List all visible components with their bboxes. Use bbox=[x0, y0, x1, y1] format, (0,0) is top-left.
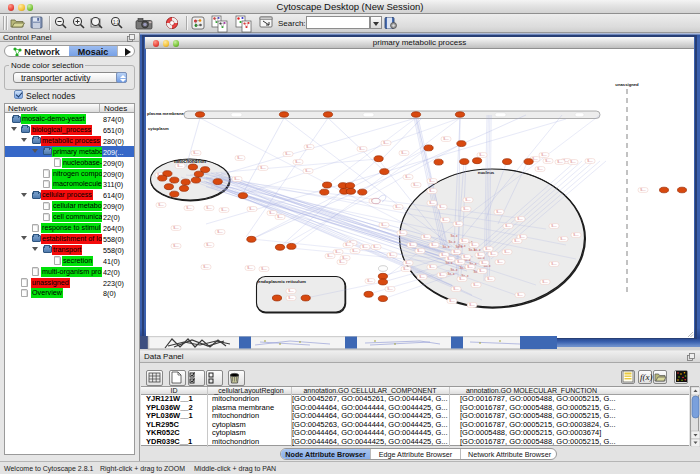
svg-text:S--.-: S--.- bbox=[359, 147, 365, 151]
svg-text:S--.-: S--.- bbox=[249, 207, 255, 211]
svg-text:S--.-: S--.- bbox=[288, 289, 294, 293]
svg-text:S--.-: S--.- bbox=[481, 261, 487, 265]
svg-text:S--.-: S--.- bbox=[471, 243, 477, 247]
svg-text:S--.-: S--.- bbox=[479, 269, 485, 273]
svg-text:S--.-: S--.- bbox=[473, 283, 479, 287]
svg-text:S--.-: S--.- bbox=[261, 267, 267, 271]
svg-text:nucleus: nucleus bbox=[478, 170, 495, 175]
svg-text:S--.-: S--.- bbox=[449, 299, 455, 303]
svg-text:S--.-: S--.- bbox=[221, 208, 227, 212]
svg-text:S--.-: S--.- bbox=[177, 164, 183, 168]
svg-text:Sx-.x: Sx-.x bbox=[443, 245, 450, 249]
svg-text:S--.-: S--.- bbox=[545, 159, 551, 163]
svg-text:S--.-: S--.- bbox=[399, 231, 405, 235]
svg-text:S--.-: S--.- bbox=[423, 235, 429, 239]
svg-text:S--.-: S--.- bbox=[288, 296, 294, 300]
svg-text:S--.-: S--.- bbox=[186, 206, 192, 210]
svg-text:S--.-: S--.- bbox=[417, 249, 423, 253]
svg-text:S--.-: S--.- bbox=[487, 277, 493, 281]
svg-text:S--.-: S--.- bbox=[295, 160, 301, 164]
svg-text:plasma membrane: plasma membrane bbox=[147, 111, 184, 116]
svg-text:S--.-: S--.- bbox=[479, 153, 485, 157]
svg-text:Sx-.x: Sx-.x bbox=[451, 234, 458, 238]
svg-text:S--.-: S--.- bbox=[557, 160, 563, 164]
svg-text:S--.-: S--.- bbox=[455, 222, 461, 226]
svg-text:S--.-: S--.- bbox=[640, 188, 646, 192]
svg-text:S--.-: S--.- bbox=[206, 206, 212, 210]
svg-text:S--.-: S--.- bbox=[429, 265, 435, 269]
svg-text:S--.-: S--.- bbox=[461, 239, 467, 243]
svg-text:S--.-: S--.- bbox=[463, 255, 469, 259]
svg-text:S--.-: S--.- bbox=[285, 152, 291, 156]
svg-text:S--.-: S--.- bbox=[431, 243, 437, 247]
svg-text:S--.-: S--.- bbox=[339, 260, 345, 264]
svg-text:S--.-: S--.- bbox=[345, 243, 351, 247]
svg-text:S--.-: S--.- bbox=[551, 224, 557, 228]
svg-text:S--.-: S--.- bbox=[443, 137, 449, 141]
svg-text:Sx-.x: Sx-.x bbox=[456, 245, 463, 249]
svg-text:S--.-: S--.- bbox=[490, 252, 496, 256]
svg-text:f(x): f(x) bbox=[640, 372, 653, 382]
svg-text:S--.-: S--.- bbox=[234, 177, 240, 181]
svg-text:S--.-: S--.- bbox=[173, 226, 179, 230]
svg-text:S--.-: S--.- bbox=[373, 245, 379, 249]
svg-text:S--.-: S--.- bbox=[352, 249, 358, 253]
svg-text:S--.-: S--.- bbox=[206, 243, 212, 247]
svg-text:S--.-: S--.- bbox=[429, 179, 435, 183]
svg-text:S--.-: S--.- bbox=[459, 277, 465, 281]
svg-text:S--.-: S--.- bbox=[277, 215, 283, 219]
svg-text:S--.-: S--.- bbox=[305, 169, 311, 173]
svg-text:S--.-: S--.- bbox=[453, 287, 459, 291]
svg-text:S--.-: S--.- bbox=[505, 224, 511, 228]
svg-text:S--.-: S--.- bbox=[327, 254, 333, 258]
svg-text:S--.-: S--.- bbox=[403, 267, 409, 271]
svg-text:S--.-: S--.- bbox=[217, 230, 223, 234]
svg-text:S--.-: S--.- bbox=[587, 159, 593, 163]
svg-text:1:1: 1:1 bbox=[113, 20, 120, 25]
svg-text:S--.-: S--.- bbox=[496, 210, 502, 214]
svg-text:S--.-: S--.- bbox=[429, 201, 435, 205]
svg-text:mitochondrion: mitochondrion bbox=[174, 159, 206, 164]
svg-text:S--.-: S--.- bbox=[514, 239, 520, 243]
svg-text:S--.-: S--.- bbox=[193, 151, 199, 155]
svg-text:S--.-: S--.- bbox=[542, 280, 548, 284]
svg-text:S--.-: S--.- bbox=[463, 207, 469, 211]
svg-text:S--.-: S--.- bbox=[517, 293, 523, 297]
svg-text:S--.-: S--.- bbox=[467, 265, 473, 269]
svg-text:endoplasmic reticulum: endoplasmic reticulum bbox=[258, 279, 306, 284]
svg-text:S--.-: S--.- bbox=[389, 253, 395, 257]
svg-text:Sx-.x: Sx-.x bbox=[448, 272, 455, 276]
svg-text:S--.-: S--.- bbox=[158, 203, 164, 207]
svg-text:S--.-: S--.- bbox=[405, 261, 411, 265]
svg-text:cytoplasm: cytoplasm bbox=[148, 126, 169, 131]
svg-text:S--.-: S--.- bbox=[469, 303, 475, 307]
svg-text:S--.-: S--.- bbox=[173, 244, 179, 248]
svg-text:S--.-: S--.- bbox=[260, 166, 266, 170]
svg-text:S--.-: S--.- bbox=[237, 156, 243, 160]
svg-text:unassigned: unassigned bbox=[615, 82, 639, 87]
svg-text:S--.-: S--.- bbox=[442, 218, 448, 222]
svg-text:S--.-: S--.- bbox=[395, 205, 401, 209]
svg-text:S--.-: S--.- bbox=[413, 183, 419, 187]
svg-text:S--.-: S--.- bbox=[306, 145, 312, 149]
svg-text:S--.-: S--.- bbox=[457, 260, 463, 264]
svg-text:S--.-: S--.- bbox=[453, 250, 459, 254]
svg-text:S--.-: S--.- bbox=[439, 273, 445, 277]
svg-text:S--.-: S--.- bbox=[381, 223, 387, 227]
svg-text:S--.-: S--.- bbox=[335, 250, 341, 254]
svg-text:S--.-: S--.- bbox=[485, 247, 491, 251]
svg-text:S--.-: S--.- bbox=[362, 245, 368, 249]
svg-text:S--.-: S--.- bbox=[497, 260, 503, 264]
svg-text:Sx-.x: Sx-.x bbox=[449, 240, 456, 244]
svg-text:S--.-: S--.- bbox=[383, 141, 389, 145]
svg-text:S--.-: S--.- bbox=[551, 262, 557, 266]
svg-text:S--.-: S--.- bbox=[517, 217, 523, 221]
svg-text:S--.-: S--.- bbox=[269, 211, 275, 215]
svg-text:S--.-: S--.- bbox=[570, 160, 576, 164]
svg-text:S--.-: S--.- bbox=[504, 250, 510, 254]
svg-text:S--.-: S--.- bbox=[447, 257, 453, 261]
svg-text:S--.-: S--.- bbox=[387, 287, 393, 291]
svg-text:S--.-: S--.- bbox=[405, 175, 411, 179]
svg-text:S--.-: S--.- bbox=[247, 266, 253, 270]
svg-text:S--.-: S--.- bbox=[541, 153, 547, 157]
